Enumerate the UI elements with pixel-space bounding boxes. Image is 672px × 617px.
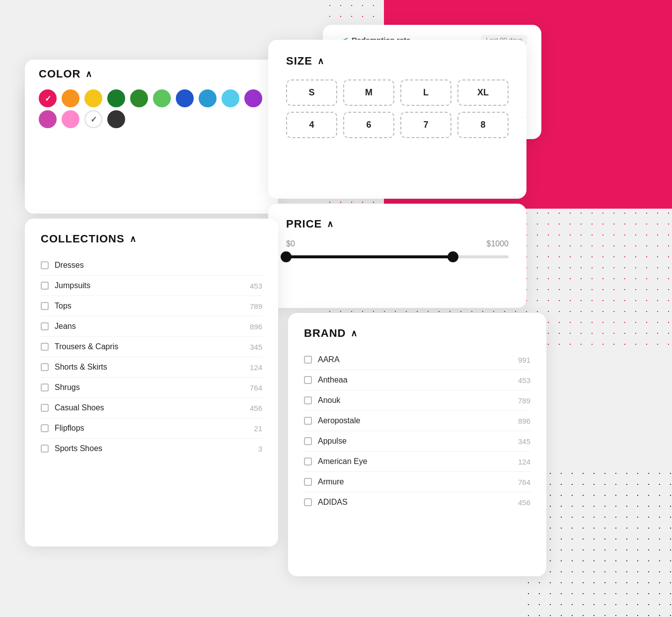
price-chevron[interactable]: ∧ [327, 219, 334, 230]
brand-item-left: AARA [304, 355, 340, 364]
collection-checkbox-flipflops[interactable] [41, 424, 49, 432]
collection-name-jeans: Jeans [55, 322, 76, 331]
collection-count-jumpsuits: 453 [250, 282, 262, 290]
collection-name-tops: Tops [55, 302, 72, 310]
collection-list: Dresses Jumpsuits 453 Tops 789 [41, 255, 262, 459]
price-title: PRICE ∧ [286, 218, 509, 231]
price-range-labels: $0 $1000 [286, 239, 509, 248]
size-XL[interactable]: XL [457, 79, 509, 106]
collection-name-trousers: Trousers & Capris [55, 342, 118, 351]
brand-item-left: Appulse [304, 437, 347, 446]
collections-chevron[interactable]: ∧ [130, 233, 137, 244]
brand-count-antheaa: 453 [518, 376, 530, 385]
brand-checkbox-antheaa[interactable] [304, 376, 312, 384]
collection-checkbox-jeans[interactable] [41, 322, 49, 330]
collection-item-left: Trousers & Capris [41, 342, 118, 351]
collection-count-trousers: 345 [250, 343, 262, 351]
brand-name-armure: Armure [318, 477, 344, 486]
collection-count-tops: 789 [250, 302, 262, 310]
color-red[interactable]: ✓ [39, 89, 57, 107]
list-item: AARA 991 [304, 350, 530, 370]
price-max: $1000 [487, 239, 509, 248]
color-cyan[interactable] [222, 89, 239, 107]
price-title-text: PRICE [286, 218, 322, 231]
color-pink-light[interactable] [62, 110, 79, 128]
brand-item-left: Anouk [304, 396, 340, 405]
color-white[interactable]: ✓ [84, 110, 102, 128]
price-min: $0 [286, 239, 295, 248]
brand-checkbox-armure[interactable] [304, 478, 312, 486]
color-sky-blue[interactable] [199, 89, 217, 107]
size-chevron[interactable]: ∧ [317, 56, 324, 67]
collection-checkbox-tops[interactable] [41, 302, 49, 310]
size-L[interactable]: L [400, 79, 451, 106]
price-range-fill [286, 255, 453, 258]
collections-title-text: COLLECTIONS [41, 232, 125, 245]
color-yellow[interactable] [84, 89, 102, 107]
collection-item-left: Tops [41, 302, 72, 310]
color-pink-dark[interactable] [39, 110, 57, 128]
collection-name-shrugs: Shrugs [55, 383, 80, 392]
price-range-track[interactable] [286, 255, 509, 258]
list-item: Antheaa 453 [304, 370, 530, 390]
brand-title-text: BRAND [304, 327, 346, 340]
size-title: SIZE ∧ [286, 55, 509, 68]
collection-name-casual: Casual Shoes [55, 403, 104, 412]
brand-count-armure: 764 [518, 478, 530, 486]
collection-checkbox-casual[interactable] [41, 404, 49, 412]
color-circles-row1: ✓ [39, 89, 264, 107]
brand-count-aeropostale: 896 [518, 417, 530, 425]
size-8[interactable]: 8 [457, 112, 509, 138]
collection-item-left: Shorts & Skirts [41, 363, 107, 372]
brand-name-anouk: Anouk [318, 396, 340, 405]
list-item: Anouk 789 [304, 390, 530, 411]
collection-checkbox-trousers[interactable] [41, 343, 49, 351]
list-item: Tops 789 [41, 296, 262, 316]
brand-count-anouk: 789 [518, 396, 530, 405]
collection-count-sports: 3 [258, 445, 262, 453]
color-orange[interactable] [62, 89, 79, 107]
collection-item-left: Sports Shoes [41, 444, 102, 453]
list-item: Armure 764 [304, 472, 530, 492]
collection-item-left: Shrugs [41, 383, 80, 392]
size-M[interactable]: M [343, 79, 394, 106]
brand-count-adidas: 456 [518, 498, 530, 507]
list-item: Aeropostale 896 [304, 411, 530, 431]
size-S[interactable]: S [286, 79, 337, 106]
size-7[interactable]: 7 [400, 112, 451, 138]
collection-checkbox-sports[interactable] [41, 445, 49, 453]
collection-name-flipflops: Flipflops [55, 424, 84, 433]
color-light-green[interactable] [153, 89, 171, 107]
brand-checkbox-aeropostale[interactable] [304, 417, 312, 425]
size-4[interactable]: 4 [286, 112, 337, 138]
collection-checkbox-shorts[interactable] [41, 363, 49, 371]
price-thumb-left[interactable] [281, 251, 292, 262]
brand-name-aeropostale: Aeropostale [318, 416, 360, 425]
brand-checkbox-appulse[interactable] [304, 437, 312, 445]
collection-checkbox-shrugs[interactable] [41, 384, 49, 391]
color-card: COLOR ∧ ✓ ✓ [25, 60, 278, 214]
brand-checkbox-aara[interactable] [304, 356, 312, 364]
brand-checkbox-american-eye[interactable] [304, 458, 312, 465]
collection-name-dresses: Dresses [55, 261, 84, 270]
color-options: ✓ ✓ [25, 89, 278, 140]
color-black[interactable] [107, 110, 125, 128]
price-card: PRICE ∧ $0 $1000 [268, 204, 526, 308]
brand-count-appulse: 345 [518, 437, 530, 446]
price-thumb-right[interactable] [448, 251, 458, 262]
color-dark-green[interactable] [107, 89, 125, 107]
collection-checkbox-dresses[interactable] [41, 261, 49, 269]
color-blue[interactable] [176, 89, 194, 107]
color-title: COLOR ∧ [39, 68, 92, 80]
size-6[interactable]: 6 [343, 112, 394, 138]
color-purple[interactable] [244, 89, 262, 107]
brand-checkbox-anouk[interactable] [304, 396, 312, 404]
brand-chevron[interactable]: ∧ [351, 328, 358, 339]
size-card: SIZE ∧ S M L XL 4 6 7 8 [268, 40, 526, 199]
collection-checkbox-jumpsuits[interactable] [41, 282, 49, 290]
color-green[interactable] [130, 89, 148, 107]
color-chevron[interactable]: ∧ [85, 69, 92, 79]
brand-checkbox-adidas[interactable] [304, 498, 312, 506]
collection-item-left: Dresses [41, 261, 84, 270]
collection-count-shorts: 124 [250, 363, 262, 372]
